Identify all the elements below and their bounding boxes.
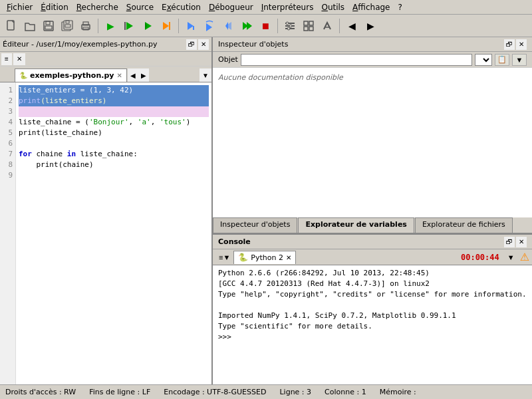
inspector-doc-btn[interactable]: 📋 [495,54,509,66]
line-num-5: 5 [3,128,13,138]
run-file-button[interactable] [120,17,138,35]
open-button[interactable] [21,17,39,35]
code-line-1: liste_entiers = (1, 3, 42) [19,85,209,96]
save-button[interactable] [40,17,57,35]
warning-icon: ⚠ [520,251,529,263]
inspector-options-btn[interactable]: ▼ [512,54,527,66]
options-button[interactable] [281,17,299,35]
line-num-7: 7 [3,149,13,160]
line-num-1: 1 [3,85,13,96]
inspector-header-icons: 🗗 ✕ [504,39,527,50]
menu-help[interactable]: ? [394,1,406,13]
editor-tab-label: exemples-python.py [30,71,114,80]
editor-code-area[interactable]: 1 2 3 4 5 6 7 8 9 liste_entiers = (1, 3,… [0,82,211,384]
objet-input[interactable] [241,54,472,66]
svg-rect-33 [309,27,313,31]
status-colonne: Colonne : 1 [325,388,366,396]
console-line-6: Type "scientific" for more details. [218,321,527,332]
line-num-4: 4 [3,117,13,128]
tab-explorateur-vars[interactable]: Explorateur de variables [298,217,414,233]
menu-debogueur[interactable]: Débogueur [205,1,257,13]
toggle-button[interactable] [300,17,317,35]
editor-tab-file[interactable]: 🐍 exemples-python.py ✕ [15,68,127,82]
line-num-2: 2 [3,96,13,106]
console-tab-label: Python 2 [251,253,283,262]
console-tab-python2[interactable]: 🐍 Python 2 ✕ [233,251,296,264]
object-search-bar: Objet 📋 ▼ [213,52,532,68]
menu-edition[interactable]: Édition [37,1,72,13]
menu-execution[interactable]: Exécution [158,1,205,13]
forward-button[interactable]: ▶ [362,17,379,35]
toolbar-sep-1 [98,19,98,33]
menu-outils[interactable]: Outils [317,1,348,13]
editor-close-tab-btn[interactable]: ✕ [13,53,25,65]
svg-marker-23 [247,22,252,30]
objet-label: Objet [218,55,238,64]
print-button[interactable] [77,17,94,35]
back-button[interactable]: ◀ [343,17,360,35]
status-ligne: Ligne : 3 [279,388,311,396]
editor-panel: Éditeur - /user/1/moy/exemples-python.py… [0,37,213,384]
toolbar-sep-4 [339,19,340,33]
tab-inspecteur[interactable]: Inspecteur d'objets [213,217,297,233]
console-close-btn[interactable]: ✕ [516,237,527,247]
inspector-restore-button[interactable]: 🗗 [504,39,515,50]
console-line-2: [GCC 4.4.7 20120313 (Red Hat 4.4.7-3)] o… [218,279,527,289]
stop-button[interactable]: ⏹ [257,17,274,35]
objet-dropdown[interactable] [475,54,492,66]
debug-run-button[interactable] [139,17,156,35]
tab-menu-btn[interactable]: ▼ [200,68,211,82]
svg-rect-3 [45,26,52,29]
code-line-6 [19,138,209,149]
inspector-close-button[interactable]: ✕ [516,39,527,50]
console-tab-close[interactable]: ✕ [286,254,291,261]
menu-recherche[interactable]: Recherche [72,1,122,13]
menu-fichier[interactable]: Fichier [3,1,37,13]
inspector-tabs: Inspecteur d'objets Explorateur de varia… [213,217,532,233]
menu-source[interactable]: Source [122,1,158,13]
code-line-2: print(liste_entiers) [19,96,209,106]
step-over-button[interactable] [201,17,218,35]
editor-close-button[interactable]: ✕ [198,39,209,50]
menu-affichage[interactable]: Affichage [348,1,394,13]
console-line-1: Python 2.6.6 (r266:84292, Jul 10 2013, 2… [218,268,527,279]
code-line-5: print(liste_chaine) [19,128,209,138]
status-droits: Droits d'accès : RW [5,388,76,396]
tab-scroll-left[interactable]: ◀ [128,68,138,82]
save-all-button[interactable] [59,17,76,35]
console-restore-btn[interactable]: 🗗 [504,237,515,247]
inspector-content: Aucune documentation disponible [213,68,532,217]
svg-marker-19 [206,23,212,31]
code-line-3 [19,106,209,117]
code-lines: liste_entiers = (1, 3, 42) print(liste_e… [16,82,211,384]
console-line-7: >>> [218,332,527,342]
menubar: Fichier Édition Recherche Source Exécuti… [0,0,532,15]
svg-point-29 [287,27,290,30]
menu-interpreteurs[interactable]: Interpréteurs [257,1,318,13]
editor-menu-btn[interactable]: ≡ [1,53,12,65]
python-file-icon: 🐍 [19,72,27,79]
line-num-6: 6 [3,138,13,149]
editor-tab-close[interactable]: ✕ [116,72,122,79]
inspector-header: Inspecteur d'objets 🗗 ✕ [213,37,532,52]
run-button[interactable]: ▶ [102,17,119,35]
editor-restore-button[interactable]: 🗗 [186,39,197,50]
console-options-btn[interactable]: ▼ [505,251,517,263]
new-button[interactable] [3,17,20,35]
console-tab-menu-btn[interactable]: ≡▼ [215,251,233,264]
tab-scroll-right[interactable]: ▶ [138,68,149,82]
step-into-button[interactable] [182,17,200,35]
step-out-button[interactable] [219,17,237,35]
step-button[interactable] [158,17,175,35]
continue-button[interactable] [238,17,255,35]
svg-rect-32 [304,27,308,31]
console-header: Console 🗗 ✕ [213,235,532,249]
toolbar: ▶ ⏹ ◀ ▶ [0,15,532,37]
console-output[interactable]: Python 2.6.6 (r266:84292, Jul 10 2013, 2… [213,265,532,384]
code-line-9 [19,170,209,181]
shortcut-button[interactable] [319,17,336,35]
tab-explorateur-fichiers[interactable]: Explorateur de fichiers [415,217,513,233]
svg-marker-11 [126,22,133,30]
code-area: 1 2 3 4 5 6 7 8 9 liste_entiers = (1, 3,… [0,82,211,384]
status-encodage: Encodage : UTF-8-GUESSED [164,388,266,396]
